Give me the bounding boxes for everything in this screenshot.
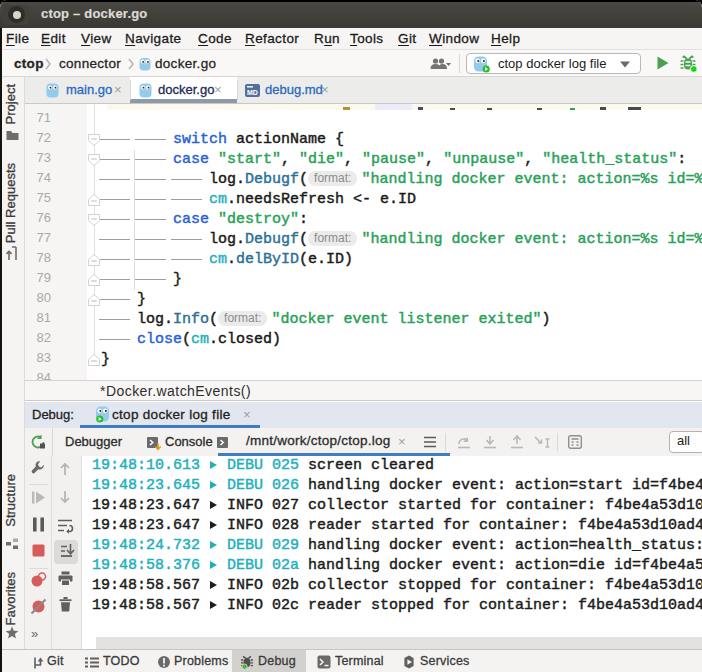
svg-text:MD: MD: [247, 89, 258, 96]
